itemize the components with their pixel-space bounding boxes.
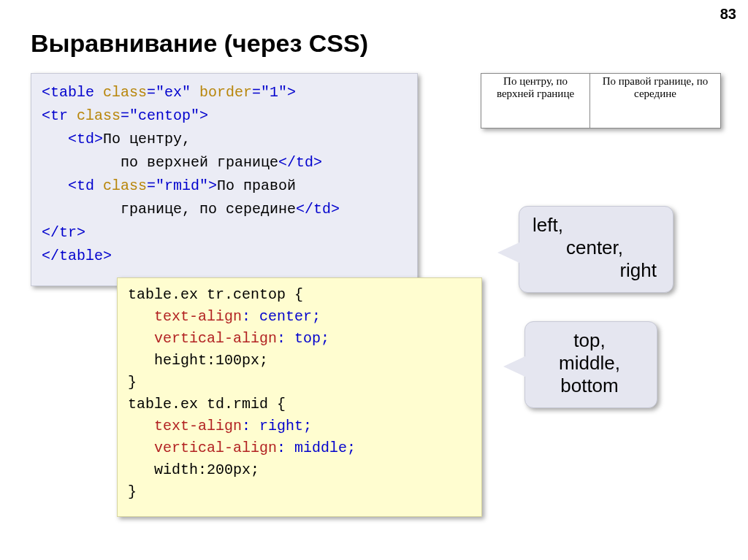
page-number: 83 [720, 6, 736, 23]
demo-table-wrap: По центру, по верхней границе По правой … [481, 73, 721, 129]
note-tail-icon [503, 356, 525, 377]
note-horizontal-values: left, center, right [519, 206, 673, 293]
demo-cell-right-middle: По правой границе, по середине [590, 74, 721, 129]
demo-table: По центру, по верхней границе По правой … [481, 73, 721, 129]
note-vertical-values: top, middle, bottom [524, 321, 657, 408]
demo-cell-center-top: По центру, по верхней границе [481, 74, 590, 129]
css-code-block: table.ex tr.centop { text-align: center;… [117, 277, 482, 517]
page-title: Выравнивание (через CSS) [31, 29, 368, 58]
note-tail-icon [497, 242, 519, 263]
html-code-block: <table class="ex" border="1"> <tr class=… [31, 73, 418, 286]
